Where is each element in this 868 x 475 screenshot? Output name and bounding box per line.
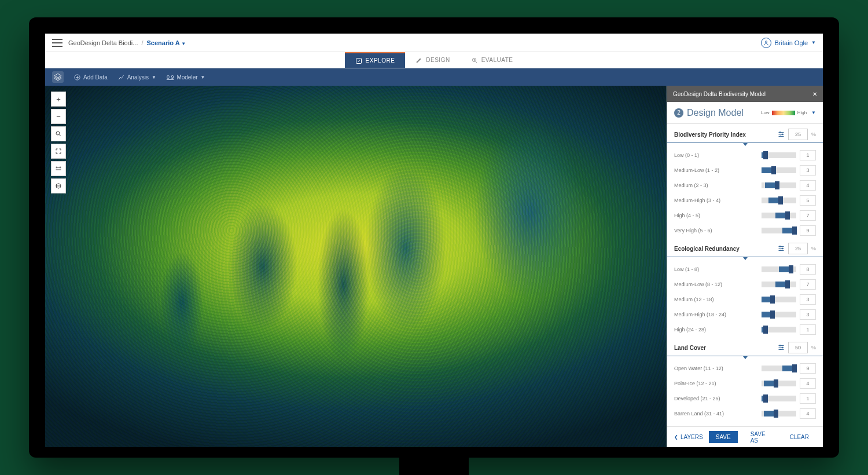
save-button[interactable]: SAVE bbox=[709, 431, 738, 443]
clear-button[interactable]: CLEAR bbox=[783, 431, 816, 443]
row-label: Low (0 - 1) bbox=[674, 152, 758, 158]
user-menu[interactable]: Britain Ogle ▼ bbox=[761, 38, 816, 48]
panel-footer: ❮ LAYERS SAVE SAVE AS CLEAR bbox=[667, 426, 823, 447]
analysis-button[interactable]: Analysis ▼ bbox=[118, 74, 156, 81]
weight-slider[interactable] bbox=[762, 411, 796, 416]
settings-icon[interactable] bbox=[778, 344, 785, 351]
svg-point-13 bbox=[782, 347, 783, 348]
legend-chevron-icon[interactable]: ▼ bbox=[811, 110, 816, 115]
settings-icon[interactable] bbox=[778, 131, 785, 138]
mode-tabs: EXPLORE DESIGN EVALUATE bbox=[45, 52, 823, 68]
weight-slider[interactable] bbox=[762, 312, 796, 317]
row-label: Low (1 - 8) bbox=[674, 266, 758, 272]
monitor-frame: GeoDesign Delta Biodi... / Scenario A ▼ … bbox=[29, 17, 839, 458]
row-label: Medium-High (3 - 4) bbox=[674, 198, 758, 203]
toolbar: Add Data Analysis ▼ 0 9 Modeler ▼ bbox=[45, 68, 823, 86]
weight-value[interactable]: 9 bbox=[800, 363, 816, 374]
modeler-button[interactable]: 0 9 Modeler ▼ bbox=[167, 74, 205, 81]
user-name: Britain Ogle bbox=[775, 39, 808, 46]
weight-value[interactable]: 3 bbox=[800, 294, 816, 305]
tab-design[interactable]: DESIGN bbox=[405, 52, 460, 68]
weight-value[interactable]: 9 bbox=[800, 225, 816, 236]
weight-value[interactable]: 4 bbox=[800, 378, 816, 389]
weight-row: Very High (5 - 6)9 bbox=[667, 223, 823, 238]
svg-point-10 bbox=[782, 248, 783, 249]
row-label: High (24 - 28) bbox=[674, 327, 758, 332]
weight-value[interactable]: 7 bbox=[800, 210, 816, 221]
svg-point-14 bbox=[780, 349, 781, 350]
row-label: Open Water (11 - 12) bbox=[674, 366, 758, 371]
main-area: + − GeoDesign Delta Biodiversity Model ✕… bbox=[45, 86, 823, 447]
svg-point-7 bbox=[782, 134, 783, 135]
settings-icon[interactable] bbox=[778, 245, 785, 252]
weight-value[interactable]: 4 bbox=[800, 408, 816, 419]
close-icon[interactable]: ✕ bbox=[812, 91, 817, 97]
weight-slider[interactable] bbox=[762, 396, 796, 401]
save-as-button[interactable]: SAVE AS bbox=[744, 428, 777, 447]
weight-value[interactable]: 1 bbox=[800, 150, 816, 160]
tab-evaluate[interactable]: EVALUATE bbox=[461, 52, 524, 68]
weight-slider[interactable] bbox=[762, 152, 796, 158]
legend-gradient bbox=[772, 111, 795, 115]
weight-value[interactable]: 5 bbox=[800, 195, 816, 206]
breadcrumb-project[interactable]: GeoDesign Delta Biodi... bbox=[68, 39, 138, 46]
weight-slider[interactable] bbox=[762, 213, 796, 218]
back-to-layers[interactable]: ❮ LAYERS bbox=[674, 434, 703, 440]
design-panel: GeoDesign Delta Biodiversity Model ✕ 2 D… bbox=[667, 86, 823, 447]
user-avatar-icon bbox=[761, 38, 771, 48]
search-button[interactable] bbox=[51, 126, 66, 141]
menu-icon[interactable] bbox=[52, 39, 62, 47]
breadcrumb-scenario[interactable]: Scenario A ▼ bbox=[147, 39, 186, 46]
weight-row: Medium-High (3 - 4)5 bbox=[667, 193, 823, 208]
fullscreen-button[interactable] bbox=[51, 144, 66, 159]
weight-row: Open Water (11 - 12)9 bbox=[667, 361, 823, 376]
weight-value[interactable]: 7 bbox=[800, 279, 816, 290]
weight-slider[interactable] bbox=[762, 167, 796, 173]
measure-button[interactable] bbox=[51, 161, 66, 176]
weight-slider[interactable] bbox=[762, 182, 796, 188]
percent-input[interactable]: 50 bbox=[788, 342, 808, 353]
add-data-button[interactable]: Add Data bbox=[74, 74, 108, 81]
weight-value[interactable]: 8 bbox=[800, 264, 816, 275]
row-label: Medium-Low (1 - 2) bbox=[674, 167, 758, 173]
weight-value[interactable]: 1 bbox=[800, 324, 816, 335]
section-header: Ecological Redundancy25% bbox=[667, 238, 823, 257]
percent-input[interactable]: 25 bbox=[788, 243, 808, 254]
step-badge: 2 bbox=[674, 108, 683, 118]
row-label: Polar-Ice (12 - 21) bbox=[674, 381, 758, 386]
percent-input[interactable]: 25 bbox=[788, 129, 808, 140]
weight-slider[interactable] bbox=[762, 297, 796, 302]
row-label: Medium (12 - 18) bbox=[674, 297, 758, 302]
weight-row: Medium (12 - 18)3 bbox=[667, 292, 823, 307]
section-header: Land Cover50% bbox=[667, 337, 823, 356]
weight-value[interactable]: 1 bbox=[800, 393, 816, 404]
layers-icon[interactable] bbox=[52, 71, 64, 83]
row-label: High (4 - 5) bbox=[674, 213, 758, 218]
basemap-button[interactable] bbox=[51, 178, 66, 193]
weight-slider[interactable] bbox=[762, 198, 796, 203]
weight-row: Medium-Low (8 - 12)7 bbox=[667, 277, 823, 292]
map-controls: + − bbox=[51, 92, 66, 193]
weight-row: Medium (2 - 3)4 bbox=[667, 178, 823, 193]
svg-point-4 bbox=[56, 131, 60, 135]
panel-body[interactable]: Biodiversity Priority Index25%Low (0 - 1… bbox=[667, 124, 823, 426]
zoom-out-button[interactable]: − bbox=[51, 109, 66, 124]
chevron-down-icon: ▼ bbox=[811, 40, 816, 45]
section-marker bbox=[667, 143, 823, 147]
weight-slider[interactable] bbox=[762, 228, 796, 233]
weight-value[interactable]: 3 bbox=[800, 165, 816, 176]
weight-value[interactable]: 4 bbox=[800, 180, 816, 191]
weight-slider[interactable] bbox=[762, 266, 796, 272]
row-label: Very High (5 - 6) bbox=[674, 228, 758, 233]
weight-slider[interactable] bbox=[762, 381, 796, 386]
weight-slider[interactable] bbox=[762, 282, 796, 287]
tab-explore[interactable]: EXPLORE bbox=[345, 52, 406, 68]
zoom-in-button[interactable]: + bbox=[51, 92, 66, 107]
weight-value[interactable]: 3 bbox=[800, 309, 816, 320]
map-canvas[interactable]: + − bbox=[45, 86, 667, 447]
weight-row: Low (0 - 1)1 bbox=[667, 148, 823, 163]
weight-slider[interactable] bbox=[762, 366, 796, 371]
panel-title: 2 Design Model bbox=[674, 108, 744, 118]
weight-slider[interactable] bbox=[762, 327, 796, 332]
row-label: Barren Land (31 - 41) bbox=[674, 411, 758, 416]
